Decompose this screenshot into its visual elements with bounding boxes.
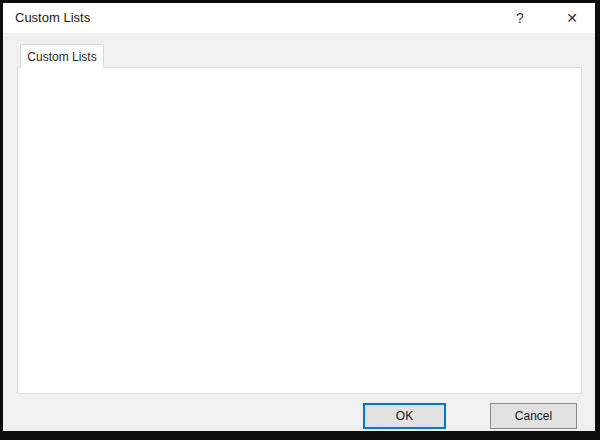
tab-page: [17, 67, 582, 394]
dialog-title: Custom Lists: [15, 3, 90, 33]
tab-custom-lists[interactable]: Custom Lists: [20, 44, 104, 68]
custom-lists-dialog: Custom Lists ? ✕ Custom Lists Custom lis…: [3, 3, 595, 431]
title-bar: Custom Lists ? ✕: [3, 3, 595, 33]
cancel-button[interactable]: Cancel: [490, 403, 577, 429]
ok-button[interactable]: OK: [363, 403, 446, 429]
close-icon[interactable]: ✕: [550, 3, 594, 33]
help-icon[interactable]: ?: [498, 3, 542, 33]
